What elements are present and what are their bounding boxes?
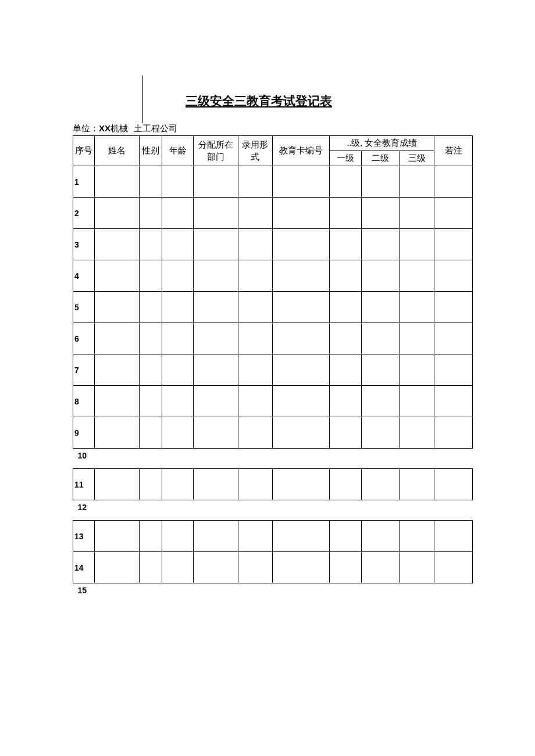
page-title: 三级安全三教育考试登记表 (142, 93, 375, 109)
header-age: 年龄 (162, 136, 194, 166)
table-row: 13 (73, 521, 473, 552)
header-grade-group: ..级, 女全教育成绩 (330, 136, 434, 151)
header-dept-l2: 部门 (207, 152, 224, 162)
seq-cell: 4 (73, 260, 95, 292)
table-row: 5 (73, 292, 473, 323)
gap-label: 15 (73, 583, 473, 596)
seq-cell: 1 (73, 166, 95, 198)
seq-cell: 11 (73, 469, 95, 500)
seq-cell: 13 (73, 521, 95, 552)
header-level1: 一级 (330, 151, 362, 166)
seq-cell: 6 (73, 323, 95, 354)
unit-suffix: 土工程公司 (130, 123, 177, 134)
table-row: 8 (73, 386, 473, 417)
header-hire-l2: 式 (251, 152, 259, 162)
header-dept-l1: 分配所在 (198, 140, 233, 149)
gap-label: 10 (73, 449, 473, 469)
unit-bold: XX (99, 123, 110, 133)
table-row: 9 (73, 417, 473, 449)
table-row: 4 (73, 260, 473, 292)
header-dept: 分配所在 部门 (194, 136, 238, 166)
header-row-1: 序号 姓名 性别 年龄 分配所在 部门 录用形 式 教育卡编号 ..级, 女全教… (73, 136, 473, 151)
seq-cell: 14 (73, 552, 95, 583)
header-level2: 二级 (361, 151, 400, 166)
title-container: 三级安全三教育考试登记表 (73, 93, 535, 109)
seq-cell: 7 (73, 354, 95, 386)
header-card: 教育卡编号 (272, 136, 329, 166)
table-head: 序号 姓名 性别 年龄 分配所在 部门 录用形 式 教育卡编号 ..级, 女全教… (73, 136, 473, 166)
unit-mid: 机械 (110, 124, 128, 133)
gap-row: 15 (73, 583, 473, 596)
header-seq: 序号 (73, 136, 95, 166)
header-sex: 性别 (139, 136, 162, 166)
table-row: 3 (73, 229, 473, 260)
header-level3: 三级 (400, 151, 434, 166)
table-row: 2 (73, 198, 473, 229)
gap-label: 12 (73, 500, 473, 521)
gap-row: 10 (73, 449, 473, 469)
table-row: 11 (73, 469, 473, 500)
header-name: 姓名 (95, 136, 139, 166)
vertical-rule (142, 76, 143, 123)
unit-prefix: 单位： (73, 123, 99, 134)
table-body: 1 2 3 4 5 6 7 8 9 10 11 12 13 14 15 (73, 166, 473, 596)
table-row: 7 (73, 354, 473, 386)
table-row: 1 (73, 166, 473, 198)
header-hire-l1: 录用形 (242, 140, 268, 149)
registration-table: 序号 姓名 性别 年龄 分配所在 部门 录用形 式 教育卡编号 ..级, 女全教… (73, 135, 473, 595)
gap-row: 12 (73, 500, 473, 521)
table-row: 14 (73, 552, 473, 583)
table-row: 6 (73, 323, 473, 354)
seq-cell: 5 (73, 292, 95, 323)
unit-line: 单位：XX机械 土工程公司 (73, 123, 535, 134)
seq-cell: 9 (73, 417, 95, 449)
header-hire: 录用形 式 (238, 136, 272, 166)
seq-cell: 3 (73, 229, 95, 260)
header-note: 若注 (434, 136, 473, 166)
seq-cell: 8 (73, 386, 95, 417)
seq-cell: 2 (73, 198, 95, 229)
